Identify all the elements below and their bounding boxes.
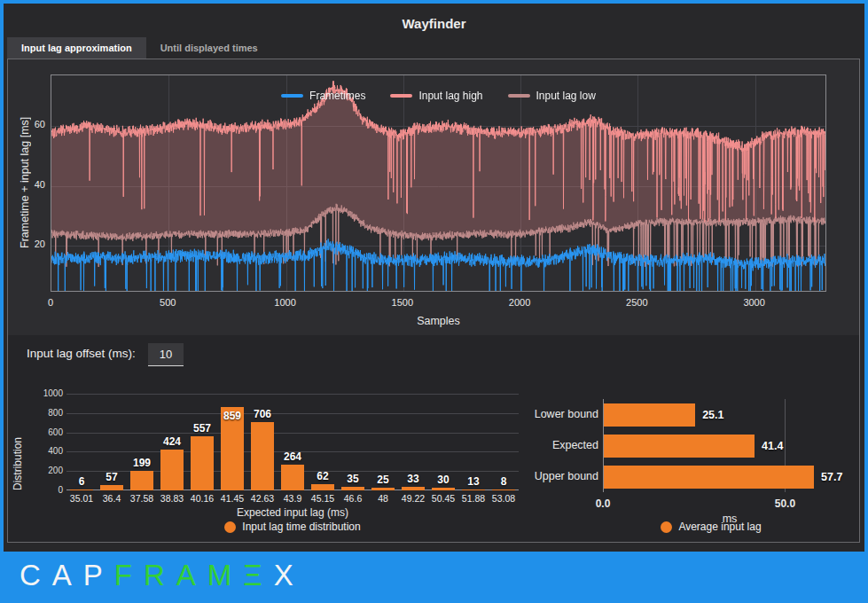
input-lag-offset-input[interactable] (148, 343, 184, 366)
bounds-x-tick-label: 0.0 (583, 497, 622, 510)
histogram-bar (341, 487, 364, 490)
histogram-bar (251, 422, 274, 490)
legend-label: Frametimes (309, 90, 365, 102)
histogram-bar-value: 706 (243, 408, 282, 420)
footer-bar: CAPFRAMΞX (4, 552, 864, 599)
legend-line-swatch (281, 94, 303, 98)
legend-item-input-lag-high: Input lag high (390, 90, 482, 102)
bounds-bar-value: 57.7 (821, 471, 842, 483)
histogram-y-tick-label: 1000 (29, 388, 63, 398)
histogram-bar (492, 489, 515, 490)
histogram-y-tick-label: 600 (29, 427, 63, 437)
histogram-legend: Input lag time distribution (66, 521, 519, 533)
histogram-y-tick-label: 200 (29, 466, 63, 475)
logo-segment: X (274, 559, 305, 591)
histogram-category-label: 37.58 (126, 493, 158, 504)
histogram-category-label: 35.01 (66, 493, 98, 504)
legend-item-input-lag-low: Input lag low (508, 90, 596, 102)
histogram-y-tick-label: 400 (29, 446, 63, 456)
legend-line-swatch (508, 94, 530, 98)
histogram-category-label: 38.83 (156, 493, 188, 504)
y-tick-label: 60 (8, 119, 45, 129)
histogram-category-label: 46.6 (337, 493, 369, 504)
histogram-bar-value: 557 (183, 422, 222, 435)
logo-segment: CAP (20, 559, 114, 591)
tab-input-lag-approximation[interactable]: Input lag approximation (7, 37, 146, 59)
histogram-plot-area: 6571994245578597062646235253330138 (66, 394, 519, 490)
histogram-category-label: 48 (367, 493, 399, 504)
histogram-bar (160, 450, 184, 490)
input-lag-offset-label: Input lag offset (ms): (27, 347, 136, 360)
x-tick-label: 2000 (500, 297, 539, 308)
histogram-y-axis-label: Distribution (12, 394, 24, 490)
bounds-bar-value: 41.4 (762, 440, 783, 452)
bounds-bar-value: 25.1 (702, 409, 723, 421)
line-plot-area: FrametimesInput lag highInput lag low (51, 74, 826, 292)
histogram-legend-dot-icon (224, 521, 236, 533)
x-tick-label: 2500 (617, 297, 656, 308)
x-tick-label: 0 (31, 297, 70, 308)
content-panel: Frametime + input lag [ms] FrametimesInp… (7, 59, 860, 543)
histogram-category-label: 43.9 (277, 493, 309, 504)
histogram-category-label: 45.15 (307, 493, 339, 504)
histogram-bar-value: 264 (273, 450, 312, 463)
histogram-legend-label: Input lag time distribution (242, 521, 360, 533)
histogram-bar (100, 485, 123, 490)
logo-segment: FRAMΞ (114, 559, 274, 591)
histogram-bar (371, 488, 395, 490)
bounds-bar (604, 403, 695, 427)
histogram-bar (402, 487, 425, 490)
legend-item-frametimes: Frametimes (281, 90, 365, 102)
line-chart-canvas (51, 75, 825, 291)
histogram-category-label: 51.88 (457, 493, 489, 504)
x-tick-label: 1500 (383, 297, 422, 308)
line-chart-x-axis-label: Samples (51, 315, 826, 327)
x-tick-label: 3000 (735, 297, 774, 308)
histogram-x-axis-label: Expected input lag (ms) (66, 506, 519, 519)
bounds-chart-legend: Average input lag (565, 521, 857, 533)
bounds-bar (604, 435, 755, 458)
app-window: Wayfinder Input lag approximationUntil d… (0, 0, 868, 603)
histogram-category-label: 40.16 (186, 493, 218, 504)
bounds-category-label: Expected (487, 439, 598, 451)
histogram-bar (311, 484, 334, 490)
bounds-category-label: Lower bound (487, 408, 598, 420)
histogram-category-label: 50.45 (427, 493, 459, 504)
window-title: Wayfinder (4, 11, 864, 37)
x-tick-label: 500 (148, 297, 187, 308)
y-tick-label: 40 (8, 179, 45, 190)
legend-line-swatch (390, 94, 412, 98)
histogram-category-label: 41.45 (216, 493, 248, 504)
legend-label: Input lag low (536, 90, 596, 102)
tab-bar: Input lag approximationUntil displayed t… (7, 37, 272, 59)
histogram-bar-value: 424 (152, 435, 192, 448)
histogram-bar (432, 488, 455, 490)
bounds-bar (604, 466, 814, 489)
histogram-gridline (66, 433, 519, 434)
histogram-category-label: 42.63 (246, 493, 278, 504)
histogram-y-tick-label: 0 (29, 485, 63, 495)
bounds-legend-label: Average input lag (678, 521, 761, 533)
bounds-chart-plot-area: 25.141.457.7 (603, 399, 856, 492)
histogram-category-label: 53.08 (488, 493, 520, 504)
histogram-bar-value: 57 (92, 471, 131, 483)
histogram-bar-value: 199 (122, 457, 161, 469)
y-tick-label: 20 (8, 239, 45, 249)
line-chart-legend: FrametimesInput lag highInput lag low (51, 90, 825, 102)
histogram-gridline (66, 394, 519, 395)
histogram-bar (281, 465, 304, 490)
histogram-category-label: 49.22 (397, 493, 429, 504)
bounds-x-tick-label: 50.0 (765, 497, 804, 510)
histogram-gridline (66, 413, 519, 414)
histogram-category-label: 36.4 (96, 493, 128, 504)
x-tick-label: 1000 (266, 297, 305, 308)
histogram-bar (191, 436, 214, 490)
input-lag-offset-row: Input lag offset (ms): (8, 335, 859, 378)
histogram-bar (462, 489, 485, 490)
input-lag-line-chart: Frametime + input lag [ms] FrametimesInp… (8, 59, 859, 335)
capframex-logo: CAPFRAMΞX (20, 559, 305, 592)
histogram-y-tick-label: 800 (29, 408, 63, 418)
bounds-legend-dot-icon (661, 521, 672, 533)
tab-until-displayed-times[interactable]: Until displayed times (146, 37, 272, 59)
bounds-category-label: Upper bound (487, 470, 598, 482)
